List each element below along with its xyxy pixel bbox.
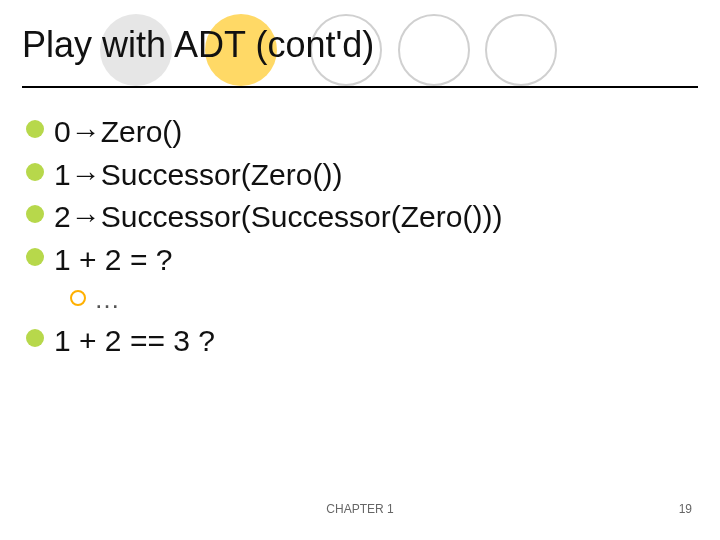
footer-page-number: 19	[679, 502, 692, 516]
bullet-icon	[26, 329, 44, 347]
bullet-item: 0→Zero()	[26, 112, 694, 153]
sub-bullet-text: …	[94, 282, 120, 317]
bullet-text: 1 + 2 = ?	[54, 240, 172, 281]
bullet-item: 2→Successor(Successor(Zero()))	[26, 197, 694, 238]
decor-circle-outline-2	[398, 14, 470, 86]
bullet-text: 2→Successor(Successor(Zero()))	[54, 197, 502, 238]
sub-bullet-item: …	[70, 282, 694, 317]
bullet-text: 1→Successor(Zero())	[54, 155, 342, 196]
bullet-text: 0→Zero()	[54, 112, 182, 153]
bullet-item: 1 + 2 == 3 ?	[26, 321, 694, 362]
bullet-icon	[26, 248, 44, 266]
bullet-text: 1 + 2 == 3 ?	[54, 321, 215, 362]
title-underline	[22, 86, 698, 88]
footer-chapter: CHAPTER 1	[0, 502, 720, 516]
slide: Play with ADT (cont'd) 0→Zero() 1→Succes…	[0, 0, 720, 540]
slide-body: 0→Zero() 1→Successor(Zero()) 2→Successor…	[26, 112, 694, 364]
bullet-icon	[26, 163, 44, 181]
bullet-icon	[26, 205, 44, 223]
bullet-item: 1 + 2 = ?	[26, 240, 694, 281]
slide-title: Play with ADT (cont'd)	[22, 24, 374, 66]
decor-circle-outline-3	[485, 14, 557, 86]
sub-bullet-icon	[70, 290, 86, 306]
bullet-icon	[26, 120, 44, 138]
bullet-item: 1→Successor(Zero())	[26, 155, 694, 196]
